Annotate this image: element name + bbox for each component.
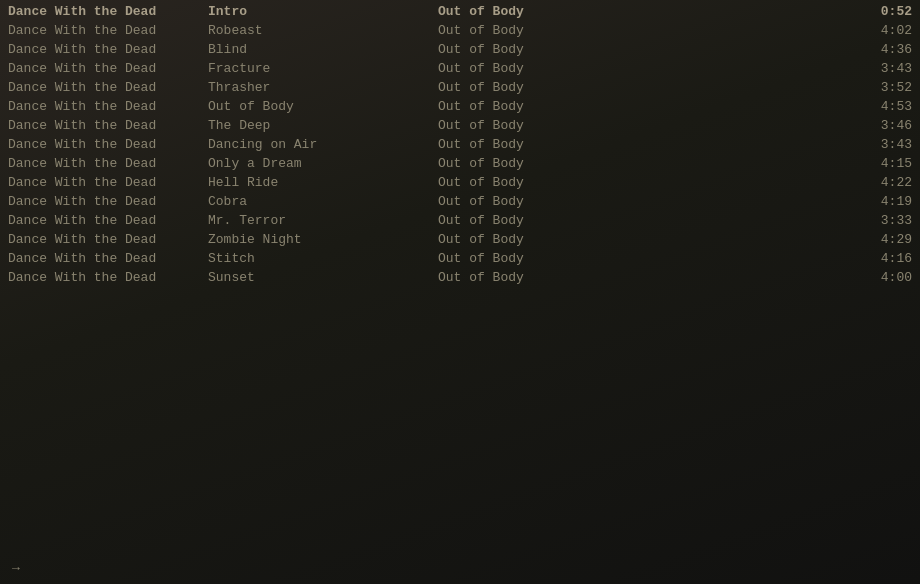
track-title: Robeast: [208, 23, 438, 38]
track-list: Dance With the Dead Intro Out of Body 0:…: [0, 0, 920, 287]
track-artist: Dance With the Dead: [8, 156, 208, 171]
track-row[interactable]: Dance With the DeadStitchOut of Body4:16: [0, 249, 920, 268]
track-row[interactable]: Dance With the DeadThe DeepOut of Body3:…: [0, 116, 920, 135]
track-row[interactable]: Dance With the DeadZombie NightOut of Bo…: [0, 230, 920, 249]
header-album: Out of Body: [438, 4, 852, 19]
track-album: Out of Body: [438, 99, 852, 114]
track-row[interactable]: Dance With the DeadRobeastOut of Body4:0…: [0, 21, 920, 40]
track-artist: Dance With the Dead: [8, 232, 208, 247]
header-title: Intro: [208, 4, 438, 19]
track-title: Only a Dream: [208, 156, 438, 171]
track-title: Stitch: [208, 251, 438, 266]
track-row[interactable]: Dance With the DeadSunsetOut of Body4:00: [0, 268, 920, 287]
track-duration: 4:53: [852, 99, 912, 114]
track-duration: 3:46: [852, 118, 912, 133]
track-row[interactable]: Dance With the DeadDancing on AirOut of …: [0, 135, 920, 154]
track-album: Out of Body: [438, 61, 852, 76]
track-row[interactable]: Dance With the DeadThrasherOut of Body3:…: [0, 78, 920, 97]
track-title: Dancing on Air: [208, 137, 438, 152]
track-title: Zombie Night: [208, 232, 438, 247]
track-title: Thrasher: [208, 80, 438, 95]
header-duration: 0:52: [852, 4, 912, 19]
track-artist: Dance With the Dead: [8, 23, 208, 38]
arrow-indicator: →: [12, 561, 20, 576]
track-title: Sunset: [208, 270, 438, 285]
track-title: Cobra: [208, 194, 438, 209]
track-duration: 4:00: [852, 270, 912, 285]
track-artist: Dance With the Dead: [8, 42, 208, 57]
track-album: Out of Body: [438, 118, 852, 133]
track-row[interactable]: Dance With the DeadHell RideOut of Body4…: [0, 173, 920, 192]
track-duration: 4:02: [852, 23, 912, 38]
track-row[interactable]: Dance With the DeadFractureOut of Body3:…: [0, 59, 920, 78]
track-row[interactable]: Dance With the DeadCobraOut of Body4:19: [0, 192, 920, 211]
track-album: Out of Body: [438, 42, 852, 57]
track-artist: Dance With the Dead: [8, 213, 208, 228]
track-row[interactable]: Dance With the DeadOnly a DreamOut of Bo…: [0, 154, 920, 173]
track-duration: 4:22: [852, 175, 912, 190]
track-artist: Dance With the Dead: [8, 118, 208, 133]
track-duration: 4:29: [852, 232, 912, 247]
track-artist: Dance With the Dead: [8, 137, 208, 152]
track-duration: 4:19: [852, 194, 912, 209]
track-row[interactable]: Dance With the DeadOut of BodyOut of Bod…: [0, 97, 920, 116]
track-artist: Dance With the Dead: [8, 194, 208, 209]
track-duration: 3:43: [852, 61, 912, 76]
track-artist: Dance With the Dead: [8, 99, 208, 114]
track-album: Out of Body: [438, 194, 852, 209]
track-album: Out of Body: [438, 137, 852, 152]
track-duration: 3:43: [852, 137, 912, 152]
track-album: Out of Body: [438, 156, 852, 171]
track-row[interactable]: Dance With the DeadBlindOut of Body4:36: [0, 40, 920, 59]
track-album: Out of Body: [438, 80, 852, 95]
track-album: Out of Body: [438, 251, 852, 266]
track-artist: Dance With the Dead: [8, 80, 208, 95]
header-artist: Dance With the Dead: [8, 4, 208, 19]
track-title: Fracture: [208, 61, 438, 76]
track-duration: 3:33: [852, 213, 912, 228]
track-title: Blind: [208, 42, 438, 57]
track-album: Out of Body: [438, 270, 852, 285]
track-duration: 4:36: [852, 42, 912, 57]
track-title: Mr. Terror: [208, 213, 438, 228]
track-title: Out of Body: [208, 99, 438, 114]
track-title: Hell Ride: [208, 175, 438, 190]
track-artist: Dance With the Dead: [8, 251, 208, 266]
track-artist: Dance With the Dead: [8, 270, 208, 285]
track-title: The Deep: [208, 118, 438, 133]
track-artist: Dance With the Dead: [8, 175, 208, 190]
track-album: Out of Body: [438, 213, 852, 228]
track-duration: 4:15: [852, 156, 912, 171]
track-duration: 4:16: [852, 251, 912, 266]
track-list-header: Dance With the Dead Intro Out of Body 0:…: [0, 2, 920, 21]
track-duration: 3:52: [852, 80, 912, 95]
track-album: Out of Body: [438, 23, 852, 38]
track-artist: Dance With the Dead: [8, 61, 208, 76]
track-album: Out of Body: [438, 232, 852, 247]
track-album: Out of Body: [438, 175, 852, 190]
track-row[interactable]: Dance With the DeadMr. TerrorOut of Body…: [0, 211, 920, 230]
